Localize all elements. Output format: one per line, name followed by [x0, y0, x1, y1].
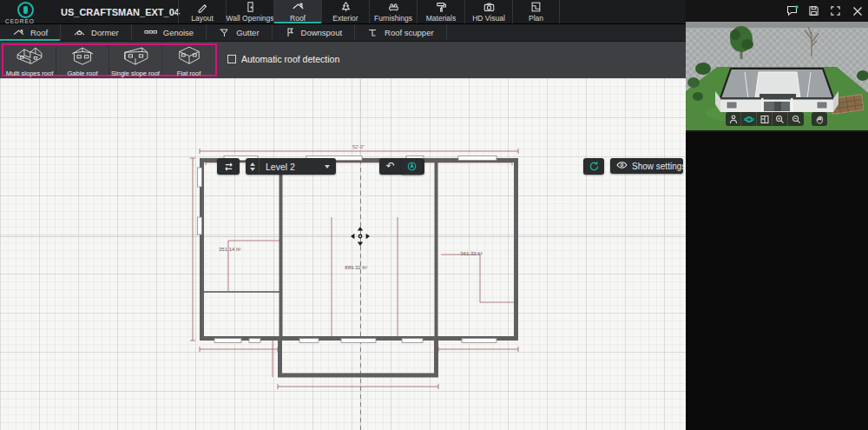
header-bar: CEDREO US_CRAFTSMAN_EXT_04 Layout Wall O…	[0, 0, 686, 24]
tab-wall-openings[interactable]: Wall Openings	[226, 0, 273, 23]
roof-type-label: Flat roof	[177, 69, 201, 77]
ribbon-item-downspout[interactable]: Downspout	[273, 24, 356, 41]
sofa-icon	[387, 1, 400, 13]
roof-type-multi-slopes[interactable]: Multi slopes roof	[3, 45, 56, 75]
plan-view-button[interactable]	[757, 112, 773, 126]
single-slope-roof-icon	[118, 43, 153, 69]
fullscreen-icon[interactable]	[829, 4, 842, 17]
checkbox-icon	[227, 55, 236, 63]
tree-icon	[339, 1, 352, 13]
paint-roller-icon	[435, 1, 448, 13]
ribbon-label: Downspout	[301, 28, 343, 37]
room-area-label-left: 351.14 ft²	[219, 247, 240, 252]
flat-roof-icon	[172, 43, 207, 69]
tab-label: Materials	[426, 14, 456, 23]
roof-type-label: Multi slopes roof	[6, 69, 54, 77]
roof-type-single-slope[interactable]: Single slope roof	[109, 45, 162, 75]
tab-label: Furnishings	[374, 14, 412, 23]
3d-preview-viewport[interactable]	[686, 22, 868, 130]
orbit-view-button[interactable]	[741, 112, 757, 126]
ribbon-item-dormer[interactable]: Dormer	[61, 24, 132, 41]
ribbon-label: Genoise	[163, 28, 194, 37]
ribbon-item-roof[interactable]: Roof	[0, 24, 61, 41]
level-label: Level 2	[260, 162, 325, 172]
tab-label: Plan	[529, 14, 543, 23]
dimension-label-top: 52'-0"	[352, 144, 365, 149]
tab-roof[interactable]: Roof	[273, 0, 321, 23]
checkbox-label: Automatic roof detection	[241, 54, 339, 64]
preview-zoom-out-button[interactable]	[788, 112, 804, 126]
gable-roof-icon	[65, 43, 100, 69]
preview-toolbar	[726, 112, 827, 126]
tab-label: Exterior	[332, 14, 358, 23]
preview-panel-body	[686, 130, 868, 430]
automatic-roof-detection-checkbox[interactable]: Automatic roof detection	[227, 54, 339, 64]
ribbon-label: Gutter	[236, 28, 259, 37]
tab-label: Roof	[290, 14, 306, 23]
show-settings-dropdown[interactable]: Show settings	[610, 158, 683, 174]
ribbon-label: Roof	[30, 28, 48, 37]
ribbon-item-genoise[interactable]: Genoise	[132, 24, 207, 41]
roof-type-label: Single slope roof	[111, 69, 160, 77]
swap-level-view-button[interactable]	[217, 158, 240, 175]
close-icon[interactable]	[851, 4, 864, 17]
ribbon-item-gutter[interactable]: Gutter	[207, 24, 272, 41]
roof-icon	[292, 1, 305, 13]
show-settings-label: Show settings	[632, 162, 686, 171]
main-tabs: Layout Wall Openings Roof Exterior	[178, 0, 560, 23]
roof-type-label: Gable roof	[67, 69, 97, 77]
roof-tools-row: Multi slopes roof Gable roof Single slop…	[0, 42, 686, 78]
save-icon[interactable]	[807, 4, 820, 17]
tab-hd-visual[interactable]: HD Visual	[464, 0, 512, 23]
roof-types-highlight-box: Multi slopes roof Gable roof Single slop…	[2, 43, 217, 76]
preview-panel	[686, 0, 868, 430]
preview-zoom-in-button[interactable]	[773, 112, 788, 126]
tab-label: Layout	[191, 14, 214, 23]
gutter-icon	[219, 27, 231, 39]
floor-plan-canvas[interactable]: 52'-0" 351.14 ft² 889.32 ft² 361.33 ft²	[0, 78, 686, 430]
tab-plan[interactable]: Plan	[512, 0, 560, 23]
blueprint-icon	[529, 1, 542, 13]
step-up-icon	[250, 162, 255, 166]
first-person-view-button[interactable]	[726, 112, 741, 126]
level-selector[interactable]: Level 2	[246, 158, 336, 175]
sync-view-button[interactable]	[583, 158, 604, 175]
app-logo[interactable]: CEDREO	[0, 0, 50, 23]
roof-outline-icon	[12, 27, 25, 38]
step-down-icon	[250, 168, 255, 171]
chevron-down-icon	[325, 165, 330, 169]
tab-exterior[interactable]: Exterior	[321, 0, 369, 23]
multi-slopes-roof-icon	[12, 43, 47, 69]
tab-layout[interactable]: Layout	[178, 0, 226, 23]
dormer-icon	[73, 27, 86, 38]
downspout-icon	[285, 27, 296, 39]
room-area-label-right: 361.33 ft²	[460, 251, 482, 256]
move-cursor-icon[interactable]	[351, 227, 370, 246]
eye-icon	[616, 161, 628, 171]
ribbon-item-roof-scupper[interactable]: Roof scupper	[355, 24, 447, 41]
roof-ribbon: Roof Dormer Genoise Gutter Downs	[0, 24, 686, 42]
door-icon	[244, 1, 257, 13]
project-name: US_CRAFTSMAN_EXT_04	[50, 0, 176, 23]
camera-icon	[483, 1, 496, 13]
tab-furnishings[interactable]: Furnishings	[369, 0, 417, 23]
compass-button[interactable]	[401, 158, 422, 175]
pencil-icon	[196, 1, 209, 13]
cedreo-app: CEDREO US_CRAFTSMAN_EXT_04 Layout Wall O…	[0, 0, 868, 430]
preview-panel-header	[686, 0, 868, 22]
tab-label: HD Visual	[472, 14, 505, 23]
logo-text: CEDREO	[5, 18, 35, 24]
undo-button[interactable]: ↶	[379, 158, 402, 175]
level-stepper[interactable]	[246, 158, 260, 175]
pan-hand-button[interactable]	[812, 112, 827, 126]
cedreo-logo-icon	[17, 2, 34, 18]
genoise-bricks-icon	[144, 28, 158, 38]
roof-type-gable[interactable]: Gable roof	[56, 45, 109, 75]
tab-materials[interactable]: Materials	[417, 0, 464, 23]
tab-label: Wall Openings	[227, 14, 274, 23]
feedback-chat-icon[interactable]	[786, 4, 799, 17]
ribbon-label: Roof scupper	[385, 28, 434, 37]
roof-type-flat[interactable]: Flat roof	[162, 45, 215, 75]
roof-scupper-icon	[367, 27, 379, 39]
floor-plan-drawing: 52'-0" 351.14 ft² 889.32 ft² 361.33 ft²	[0, 78, 686, 430]
